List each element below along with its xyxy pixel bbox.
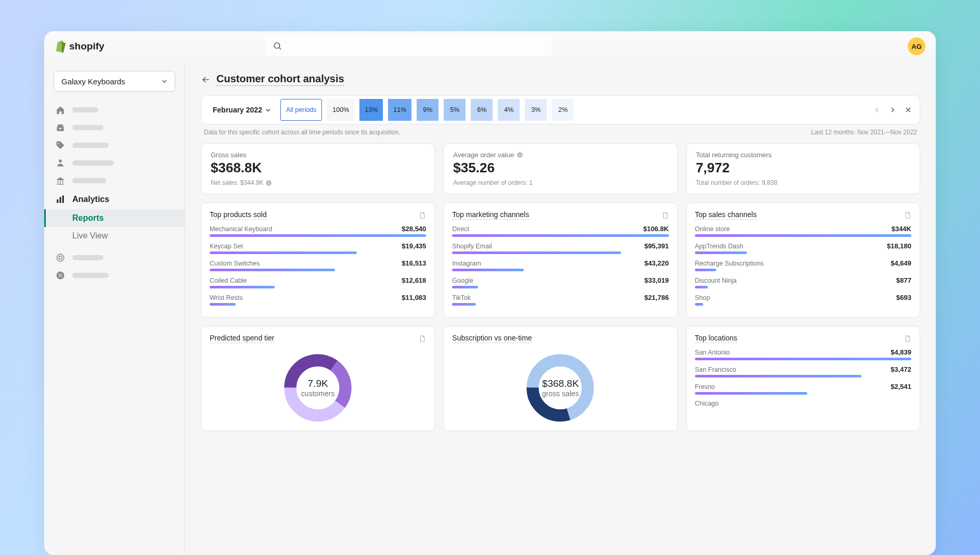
avatar[interactable]: AG (908, 37, 925, 55)
chevron-left-icon[interactable] (873, 106, 881, 114)
panel-top-products: Top products sold Mechanical Keyboard$28… (201, 203, 435, 318)
sidebar-item-products[interactable] (44, 136, 185, 154)
sidebar-item-analytics[interactable]: Analytics (44, 190, 185, 209)
sidebar-sub-reports[interactable]: Reports (44, 209, 185, 227)
chip-3[interactable]: 3% (525, 99, 547, 121)
bar-fill (695, 286, 708, 288)
cohort-meta: Data for this specific cohort across all… (201, 128, 920, 143)
donut-predicted-spend: 7.9Kcustomers (281, 351, 354, 424)
bar-label: TikTok (452, 294, 471, 301)
caret-down-icon (161, 78, 167, 84)
store-selector[interactable]: Galaxy Keyboards (54, 71, 175, 92)
bar-fill (452, 251, 621, 254)
sidebar-item-orders[interactable] (44, 119, 185, 136)
chip-all-periods[interactable]: All periods (280, 99, 322, 121)
bar-label: San Francisco (695, 366, 737, 373)
bar-value: $95,391 (644, 242, 669, 250)
bar-fill (695, 358, 911, 360)
bar-label: Mechanical Keyboard (210, 225, 272, 233)
bank-icon (56, 176, 65, 185)
bar-label: Instagram (452, 260, 481, 267)
close-icon[interactable] (904, 106, 912, 114)
bar-fill (452, 234, 668, 237)
page-title: Customer cohort analysis (216, 73, 344, 86)
bar-fill (452, 286, 478, 288)
svg-rect-4 (57, 199, 58, 203)
bar-label: Discount Ninja (695, 277, 737, 284)
search-icon (273, 42, 282, 51)
document-icon[interactable] (418, 335, 426, 343)
donut-panels-row: Predicted spend tier 7.9Kcustomers Subsc… (201, 326, 920, 431)
date-range: Last 12 months: Nov 2021—Nov 2022 (811, 129, 917, 136)
document-icon[interactable] (904, 211, 911, 219)
bar-value: $4,839 (891, 348, 911, 356)
chip-6[interactable]: 6% (471, 99, 493, 121)
bar-value: $877 (896, 276, 911, 284)
bar-row: Shop$693 (695, 294, 911, 306)
person-icon (56, 158, 65, 168)
bar-row: Custom Switches$16,513 (210, 259, 426, 271)
panel-subscription: Subscription vs one-time $368.8Kgross sa… (443, 326, 677, 431)
bar-label: Wrist Rests (210, 294, 243, 301)
period-selector[interactable]: February 2022 (209, 106, 275, 114)
analytics-icon (56, 195, 65, 204)
sidebar-item-marketing[interactable] (44, 249, 185, 267)
bar-fill (452, 303, 476, 306)
bar-panels-row: Top products sold Mechanical Keyboard$28… (201, 203, 920, 318)
chip-13[interactable]: 13% (359, 99, 383, 121)
target-icon (56, 253, 65, 262)
bar-label: Fresno (695, 383, 715, 390)
brand-text: shopify (69, 41, 105, 52)
bar-row: Shopify Email$95,391 (452, 242, 668, 254)
bar-fill (452, 269, 523, 271)
bar-value: $12,618 (402, 276, 426, 284)
svg-rect-5 (60, 197, 61, 203)
page-header: Customer cohort analysis (201, 73, 920, 86)
sidebar-item-customers[interactable] (44, 154, 185, 172)
document-icon[interactable] (661, 211, 669, 219)
bar-row: Wrist Rests$11,083 (210, 294, 426, 306)
bar-fill (695, 375, 862, 377)
chip-11[interactable]: 11% (388, 99, 411, 121)
info-icon[interactable] (265, 180, 272, 186)
bar-fill (695, 303, 704, 306)
svg-point-8 (59, 256, 62, 259)
bar-label: Online store (695, 225, 730, 233)
document-icon[interactable] (418, 211, 426, 219)
chip-9[interactable]: 9% (417, 99, 439, 121)
sidebar: Galaxy Keyboards Analytics Reports Live … (44, 61, 185, 555)
bar-label: Shop (695, 294, 710, 301)
sidebar-sub-live-view[interactable]: Live View (44, 227, 185, 245)
panel-top-marketing: Top marketing channels Direct$106.8KShop… (443, 203, 677, 318)
home-icon (56, 105, 65, 115)
chip-4[interactable]: 4% (498, 99, 520, 121)
bar-row: Online store$344K (695, 225, 911, 237)
bar-value: $21,786 (644, 294, 669, 301)
bar-value: $693 (896, 294, 911, 301)
sidebar-item-home[interactable] (44, 101, 185, 119)
search-input[interactable] (266, 36, 552, 56)
chevron-right-icon[interactable] (888, 106, 897, 114)
back-arrow-icon[interactable] (201, 74, 211, 85)
document-icon[interactable] (904, 335, 911, 343)
sidebar-item-finance[interactable] (44, 172, 185, 190)
bar-row: Recharge Subscriptions$4,649 (695, 259, 911, 271)
svg-point-3 (59, 159, 62, 162)
bar-label: Custom Switches (210, 260, 260, 267)
stat-gross-sales: Gross sales $368.8K Net sales: $344.9K (201, 143, 435, 194)
sidebar-item-discounts[interactable] (44, 267, 185, 284)
info-icon[interactable] (517, 152, 523, 158)
chip-5[interactable]: 5% (444, 99, 466, 121)
bar-value: $19,435 (402, 242, 426, 250)
bar-row: San Antonio$4,839 (695, 348, 911, 360)
bar-label: Shopify Email (452, 243, 492, 250)
bar-row: Keycap Set$19,435 (210, 242, 426, 254)
chip-2[interactable]: 2% (552, 99, 574, 121)
bar-row: Discount Ninja$877 (695, 276, 911, 288)
bar-row: AppTrends Dash$18,180 (695, 242, 911, 254)
bar-value: $3,472 (891, 365, 911, 373)
chip-100[interactable]: 100% (327, 99, 354, 121)
panel-top-sales: Top sales channels Online store$344KAppT… (686, 203, 920, 318)
bar-value: $18,180 (887, 242, 911, 250)
svg-point-2 (58, 143, 59, 144)
